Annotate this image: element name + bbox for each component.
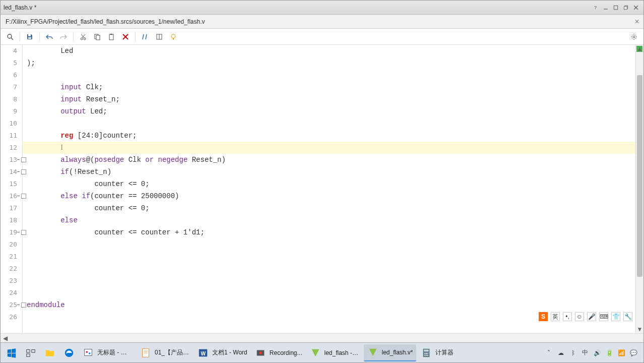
line-number: 23 <box>1 275 20 287</box>
taskbar-label: 文档1 - Word <box>212 348 247 357</box>
fold-icon[interactable] <box>16 169 21 174</box>
code-line[interactable]: if(!Reset_n) <box>23 166 635 178</box>
undo-button[interactable] <box>43 30 56 43</box>
code-line[interactable] <box>23 287 635 299</box>
code-line[interactable]: I <box>23 142 635 154</box>
paint-icon <box>82 347 94 359</box>
redo-button[interactable] <box>57 30 70 43</box>
tray-expand-icon[interactable]: ˄ <box>545 349 553 357</box>
tray-lang-icon[interactable]: 中 <box>581 349 589 357</box>
taskbar-item-taskview[interactable] <box>22 344 40 361</box>
svg-point-48 <box>425 354 426 355</box>
find-button[interactable] <box>4 30 17 43</box>
code-line[interactable]: output Led; <box>23 105 635 117</box>
line-number: 12 <box>1 142 20 154</box>
line-number: 11 <box>1 130 20 142</box>
code-line[interactable] <box>23 251 635 263</box>
scroll-down-icon[interactable]: ▼ <box>636 325 643 333</box>
hint-button[interactable] <box>167 30 180 43</box>
ime-keyboard-icon[interactable]: ⌨ <box>599 312 608 321</box>
svg-rect-18 <box>110 34 112 35</box>
code-line[interactable] <box>23 263 635 275</box>
taskbar: 无标题 - 画图01_【产品说...W文档1 - WordRecording..… <box>1 342 643 362</box>
tray-onedrive-icon[interactable]: ☁ <box>557 349 565 357</box>
vertical-scrollbar[interactable]: ▲ ▼ <box>635 45 643 333</box>
code-line[interactable]: ); <box>23 57 635 69</box>
scroll-left-icon[interactable]: ◀ <box>1 334 10 343</box>
code-line[interactable]: counter <= 0; <box>23 178 635 190</box>
folder-icon <box>44 347 56 359</box>
taskbar-item-vivado1[interactable]: led_flash - [... <box>306 344 363 361</box>
save-button[interactable] <box>23 30 36 43</box>
help-button[interactable]: ? <box>591 3 600 12</box>
code-line[interactable]: endmodule <box>23 299 635 311</box>
code-line[interactable]: reg [24:0]counter; <box>23 130 635 142</box>
paste-button[interactable] <box>105 30 118 43</box>
taskbar-item-paint[interactable]: 无标题 - 画图 <box>79 344 136 361</box>
minimize-button[interactable] <box>601 3 610 12</box>
svg-point-11 <box>81 38 83 40</box>
tab-close-icon[interactable]: ✕ <box>634 18 639 25</box>
code-line[interactable]: input Clk; <box>23 81 635 93</box>
taskbar-item-calc[interactable]: 计算器 <box>417 344 457 361</box>
fold-icon[interactable] <box>16 157 21 162</box>
ime-skin-icon[interactable]: 👕 <box>611 312 620 321</box>
taskbar-item-explorer[interactable] <box>41 344 59 361</box>
fold-icon[interactable] <box>16 194 21 199</box>
svg-point-47 <box>424 354 425 355</box>
scroll-thumb[interactable] <box>637 75 642 277</box>
code-line[interactable]: counter <= counter + 1'd1; <box>23 226 635 238</box>
tray-wifi-icon[interactable]: 📶 <box>617 349 625 357</box>
svg-rect-16 <box>96 35 100 40</box>
ime-mic-icon[interactable]: 🎤 <box>587 312 596 321</box>
svg-point-44 <box>424 352 425 353</box>
code-line[interactable]: always@(posedge Clk or negedge Reset_n) <box>23 154 635 166</box>
taskbar-item-recording[interactable]: Recording... <box>251 344 305 361</box>
delete-button[interactable] <box>119 30 132 43</box>
taskbar-label: led_flash - [... <box>325 349 360 356</box>
taskbar-item-vivado2[interactable]: led_flash.v* <box>364 344 416 361</box>
line-number: 17 <box>1 202 20 214</box>
taskbar-item-word[interactable]: W文档1 - Word <box>194 344 250 361</box>
fold-icon[interactable] <box>16 302 21 308</box>
code-line[interactable] <box>23 238 635 251</box>
tray-bluetooth-icon[interactable]: ᛒ <box>569 349 577 357</box>
code-line[interactable] <box>23 275 635 287</box>
code-line[interactable]: else <box>23 214 635 226</box>
ime-tool-icon[interactable]: 🔧 <box>623 312 632 321</box>
tray-battery-icon[interactable]: 🔋 <box>605 349 613 357</box>
fold-icon[interactable] <box>16 230 21 235</box>
taskbar-item-doc1[interactable]: 01_【产品说... <box>137 344 193 361</box>
maximize-button[interactable] <box>611 3 620 12</box>
line-number: 10 <box>1 117 20 130</box>
line-number: 19 <box>1 226 20 238</box>
close-button[interactable] <box>631 3 640 12</box>
sogou-icon[interactable]: S <box>539 312 548 321</box>
horizontal-scrollbar[interactable]: ◀ <box>1 333 643 342</box>
taskbar-item-start[interactable] <box>3 344 21 361</box>
code-line[interactable]: counter <= 0; <box>23 202 635 214</box>
copy-button[interactable] <box>91 30 104 43</box>
taskbar-item-edge[interactable] <box>60 344 78 361</box>
restore-button[interactable] <box>621 3 630 12</box>
tray-volume-icon[interactable]: 🔊 <box>593 349 601 357</box>
code-line[interactable] <box>23 69 635 81</box>
tray-notif-icon[interactable]: 💬 <box>629 349 637 357</box>
comment-button[interactable] <box>139 30 152 43</box>
code-line[interactable]: input Reset_n; <box>23 93 635 105</box>
vivado-icon <box>309 347 321 359</box>
svg-rect-43 <box>424 349 428 351</box>
code-line[interactable] <box>23 117 635 130</box>
svg-point-41 <box>259 351 262 354</box>
code-line[interactable]: Led <box>23 45 635 57</box>
column-select-button[interactable] <box>153 30 166 43</box>
line-number: 8 <box>1 93 20 105</box>
scroll-up-icon[interactable]: ▲ <box>636 45 643 53</box>
ime-emoji-icon[interactable]: ☺ <box>575 312 584 321</box>
code-area[interactable]: Led); input Clk; input Reset_n; output L… <box>23 45 635 333</box>
ime-punct[interactable]: •, <box>563 312 572 321</box>
code-line[interactable]: else if(counter == 25000000) <box>23 190 635 202</box>
ime-lang[interactable]: 英 <box>551 312 560 321</box>
cut-button[interactable] <box>77 30 90 43</box>
settings-button[interactable] <box>627 30 640 43</box>
